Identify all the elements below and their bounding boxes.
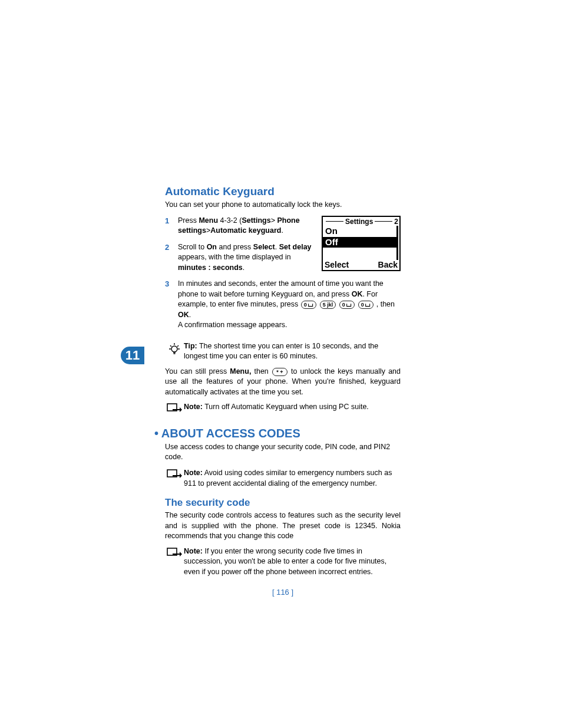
intro-1: You can set your phone to automatically …: [165, 200, 401, 210]
paragraph-unlock: You can still press Menu, then * + to un…: [165, 367, 401, 398]
note-block-3: Note: If you enter the wrong security co…: [165, 546, 401, 578]
intro-2: Use access codes to change your security…: [165, 442, 401, 462]
step-2: Scroll to On and press Select. Set delay…: [165, 242, 401, 274]
heading-about-access-codes: ABOUT ACCESS CODES: [154, 427, 401, 440]
note-arrow-icon: [165, 546, 184, 561]
svg-point-0: [171, 346, 177, 352]
key-0-icon: 0 ⌴: [301, 301, 317, 309]
key-5-icon: 5 jkl: [320, 301, 336, 309]
step-3: In minutes and seconds, enter the amount…: [165, 279, 401, 331]
step-1: Press Menu 4-3-2 (Settings> Phone settin…: [165, 216, 401, 236]
paragraph-security-code: The security code controls access to fea…: [165, 510, 401, 542]
page-number: [ 116 ]: [165, 588, 401, 597]
lightbulb-icon: [165, 341, 184, 358]
note-arrow-icon: [165, 468, 184, 482]
heading-security-code: The security code: [165, 497, 401, 509]
note-block-2: Note: Avoid using codes similar to emerg…: [165, 468, 401, 489]
page-content: Automatic Keyguard You can set your phon…: [165, 185, 401, 597]
heading-automatic-keyguard: Automatic Keyguard: [165, 185, 401, 198]
chapter-tab: 11: [121, 347, 144, 364]
steps-list: Press Menu 4-3-2 (Settings> Phone settin…: [165, 216, 401, 331]
key-0-icon: 0 ⌴: [339, 301, 355, 309]
key-0-icon: 0 ⌴: [358, 301, 374, 309]
tip-block: Tip: The shortest time you can enter is …: [165, 341, 401, 362]
key-star-icon: * +: [272, 368, 287, 376]
note-block-1: Note: Turn off Automatic Keyguard when u…: [165, 402, 401, 416]
note-arrow-icon: [165, 402, 184, 416]
